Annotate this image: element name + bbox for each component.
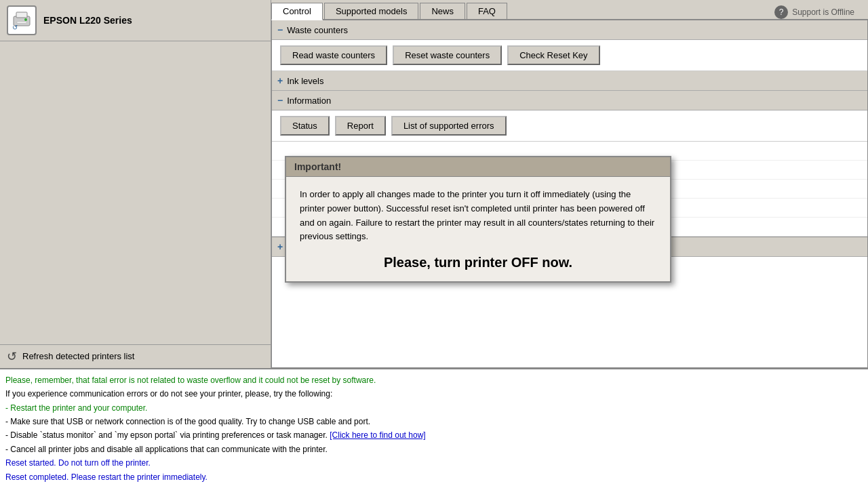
information-toggle-icon: −	[277, 95, 283, 106]
sidebar-header: ↺ EPSON L220 Series	[0, 0, 271, 41]
main-content: ? Support is Offline Control Supported m…	[271, 0, 868, 368]
dialog-title: Important!	[286, 157, 670, 177]
report-button[interactable]: Report	[335, 116, 386, 136]
support-status: ? Support is Offline	[774, 5, 854, 19]
information-header[interactable]: − Information	[272, 91, 867, 110]
click-here-link[interactable]: [Click here to find out how]	[330, 430, 425, 440]
log-line-2: If you experience communication errors o…	[5, 387, 863, 401]
printer-name: EPSON L220 Series	[43, 15, 132, 26]
ink-levels-toggle-icon: +	[277, 75, 283, 86]
tab-control[interactable]: Control	[271, 3, 323, 20]
ink-levels-label: Ink levels	[287, 76, 323, 86]
important-dialog: Important! In order to apply all changes…	[285, 156, 671, 283]
svg-rect-1	[16, 12, 27, 18]
log-line-7: Reset started. Do not turn off the print…	[5, 456, 863, 470]
dialog-body-text: In order to apply all changes made to th…	[300, 188, 656, 244]
support-label: Support is Offline	[792, 7, 854, 17]
refresh-label: Refresh detected printers list	[22, 351, 134, 361]
printer-icon: ↺	[7, 5, 37, 35]
log-line-1: Please, remember, that fatal error is no…	[5, 373, 863, 387]
waste-counters-label: Waste counters	[287, 25, 348, 35]
read-waste-counters-button[interactable]: Read waste counters	[280, 45, 387, 65]
waste-counters-header[interactable]: − Waste counters	[272, 20, 867, 40]
list-errors-button[interactable]: List of supported errors	[391, 116, 507, 136]
status-button[interactable]: Status	[280, 116, 330, 136]
reset-waste-counters-button[interactable]: Reset waste counters	[393, 45, 502, 65]
svg-point-3	[24, 18, 27, 21]
log-line-4: - Make sure that USB or network connecti…	[5, 415, 863, 428]
information-label: Information	[287, 96, 331, 106]
waste-counters-toggle-icon: −	[277, 24, 283, 35]
dialog-body: In order to apply all changes made to th…	[286, 177, 670, 281]
refresh-button[interactable]: ↺ Refresh detected printers list	[0, 344, 271, 368]
log-line-6: - Cancel all printer jobs and disable al…	[5, 443, 863, 456]
information-content: Status Report List of supported errors	[272, 110, 867, 142]
refresh-icon: ↺	[7, 349, 17, 364]
support-icon: ?	[774, 5, 788, 19]
log-area: Please, remember, that fatal error is no…	[0, 368, 868, 488]
svg-text:↺: ↺	[12, 24, 18, 31]
log-line-3: - Restart the printer and your computer.	[5, 401, 863, 415]
svg-rect-2	[17, 22, 26, 23]
dialog-important-message: Please, turn printer OFF now.	[300, 255, 656, 270]
tab-faq[interactable]: FAQ	[467, 3, 507, 19]
check-reset-key-button[interactable]: Check Reset Key	[507, 45, 599, 65]
log-line-5: - Disable `status monitor` and `my epson…	[5, 428, 863, 442]
ink-levels-header[interactable]: + Ink levels	[272, 71, 867, 91]
tab-news[interactable]: News	[420, 3, 465, 19]
head-id-toggle-icon: +	[277, 241, 283, 252]
log-line-8: Reset completed. Please restart the prin…	[5, 470, 863, 484]
sidebar: ↺ EPSON L220 Series ↺ Refresh detected p…	[0, 0, 271, 368]
tab-supported-models[interactable]: Supported models	[324, 3, 419, 19]
sidebar-content	[0, 41, 271, 344]
waste-counters-content: Read waste counters Reset waste counters…	[272, 40, 867, 71]
